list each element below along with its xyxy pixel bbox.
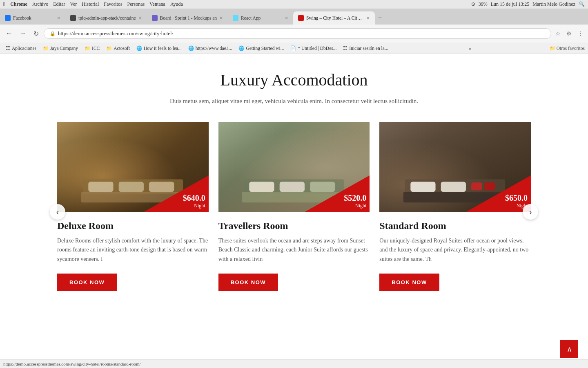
bookmark-jaya-label: Jaya Company [50, 46, 78, 51]
globe-icon: 🌐 [188, 45, 194, 51]
tab-facebook[interactable]: Facebook ✕ [0, 11, 65, 25]
folder-icon: 📁 [43, 45, 49, 51]
room-image-travellers: $520.0 Night [218, 122, 370, 212]
folder-icon-4: 📁 [550, 45, 555, 51]
other-favorites[interactable]: 📁 Otros favoritos [550, 45, 585, 51]
rooms-grid: $640.0 Night Deluxe Room Deluxe Rooms of… [57, 122, 531, 291]
grid-icon: ☷ [6, 45, 10, 51]
battery-icon: 39% [479, 1, 488, 7]
room-image-deluxe: $640.0 Night [57, 122, 209, 212]
menu-personas[interactable]: Personas [127, 1, 145, 7]
tab-facebook-label: Facebook [13, 16, 54, 20]
address-bar: ← → ↻ 🔒 https://demo.accesspressthemes.c… [0, 25, 588, 43]
deluxe-price-text: $640.0 Night [183, 193, 205, 209]
bookmark-getting-label: Getting Started wi... [246, 46, 284, 51]
tpiq-favicon [70, 15, 76, 21]
facebook-favicon [5, 15, 11, 21]
svg-rect-11 [410, 182, 435, 192]
url-bar[interactable]: 🔒 https://demo.accesspressthemes.com/swi… [44, 28, 551, 39]
lock-icon: 🔒 [50, 31, 56, 36]
carousel-next-button[interactable]: › [523, 204, 538, 220]
tab-swing-label: Swing – City Hotel – A City Hot [306, 16, 364, 20]
travellers-price-badge: $520.0 Night [304, 175, 370, 212]
menu-editar[interactable]: Editar [53, 1, 65, 7]
forward-button[interactable]: → [17, 29, 29, 38]
svg-rect-6 [249, 182, 274, 192]
tab-swing-close[interactable]: ✕ [366, 16, 370, 21]
menu-chrome[interactable]: Chrome [10, 1, 27, 7]
standard-room-description: Our uniquely-designed Royal Suites offer… [379, 236, 531, 264]
travellers-price-period: Night [344, 203, 366, 209]
tab-bar: Facebook ✕ tpiq-admin-app-stack/containe… [0, 9, 588, 25]
bookmark-untitled[interactable]: 📄 * Untitled | DbDes... [288, 45, 339, 52]
tab-tpiq[interactable]: tpiq-admin-app-stack/containe ✕ [65, 11, 147, 25]
new-tab-button[interactable]: + [375, 11, 385, 25]
bookmark-icc-label: ICC [92, 46, 100, 51]
scroll-to-top-button[interactable]: ∧ [560, 340, 578, 358]
tab-tpiq-close[interactable]: ✕ [138, 16, 142, 21]
menu-favoritos[interactable]: Favoritos [104, 1, 122, 7]
bookmark-actosoft[interactable]: 📁 Actosoft [104, 45, 132, 52]
extensions-icon[interactable]: ⚙ [565, 29, 573, 38]
bookmark-howit-label: How it feels to lea... [144, 46, 182, 51]
tab-tpiq-label: tpiq-admin-app-stack/containe [78, 16, 136, 20]
bookmarks-overflow[interactable]: » [466, 45, 474, 52]
doc-icon: 📄 [290, 45, 296, 51]
svg-rect-1 [88, 182, 113, 192]
deluxe-price-period: Night [183, 203, 205, 209]
menu-ventana[interactable]: Ventana [149, 1, 165, 7]
bookmark-jaya[interactable]: 📁 Jaya Company [40, 45, 80, 52]
tab-react-close[interactable]: ✕ [285, 16, 288, 21]
tab-facebook-close[interactable]: ✕ [57, 16, 60, 21]
bookmark-dae[interactable]: 🌐 https://www.dae.i... [186, 45, 235, 52]
menu-archivo[interactable]: Archivo [32, 1, 48, 7]
macos-status-icons: ⊙ 39% Lun 15 de jul 13:25 Martin Melo Go… [471, 1, 585, 7]
other-favorites-label: Otros favoritos [557, 46, 585, 51]
bookmark-icc[interactable]: 📁 ICC [82, 45, 102, 52]
bookmark-aplicaciones[interactable]: ☷ Aplicaciones [3, 45, 39, 52]
tab-swing[interactable]: Swing – City Hotel – A City Hot ✕ [293, 11, 375, 25]
deluxe-room-description: Deluxe Rooms offer stylish comfort with … [57, 236, 209, 264]
tab-react[interactable]: React App ✕ [228, 11, 293, 25]
bookmark-howit[interactable]: 🌐 How it feels to lea... [134, 45, 184, 52]
section-subtitle: Duis metus sem, aliquet vitae mi eget, v… [155, 96, 433, 106]
wifi-icon: ⊙ [471, 1, 475, 7]
search-icon[interactable]: 🔍 [579, 1, 585, 7]
tab-board[interactable]: Board · Sprint 1 - Mockups an ✕ [147, 11, 228, 25]
datetime: Lun 15 de jul 13:25 [491, 1, 530, 7]
apple-icon[interactable]:  [3, 1, 5, 8]
carousel-prev-button[interactable]: ‹ [50, 204, 65, 220]
svg-rect-2 [118, 182, 143, 192]
travellers-price-amount: $520.0 [344, 193, 366, 203]
standard-book-now-button[interactable]: BOOK NOW [379, 274, 439, 291]
star-icon[interactable]: ☆ [554, 29, 562, 38]
grid-icon-2: ☷ [343, 45, 347, 51]
menu-icon[interactable]: ⋮ [576, 29, 585, 38]
username: Martin Melo Godinez [532, 1, 575, 7]
deluxe-room-name: Deluxe Room [57, 220, 209, 231]
travellers-room-info: Travellers Room These suites overlook th… [218, 212, 370, 291]
folder-icon-2: 📁 [85, 45, 90, 51]
reload-button[interactable]: ↻ [31, 29, 41, 38]
link-icon: 🌐 [136, 45, 142, 51]
deluxe-book-now-button[interactable]: BOOK NOW [57, 274, 117, 291]
bookmarks-bar: ☷ Aplicaciones 📁 Jaya Company 📁 ICC 📁 Ac… [0, 43, 588, 54]
status-url: https://demo.accesspressthemes.com/swing… [3, 361, 141, 366]
menu-historial[interactable]: Historial [82, 1, 99, 7]
bookmark-aplicaciones-label: Aplicaciones [12, 46, 36, 51]
menu-ver[interactable]: Ver [70, 1, 77, 7]
tab-board-close[interactable]: ✕ [219, 16, 223, 21]
deluxe-price-amount: $640.0 [183, 193, 205, 203]
bookmark-getting[interactable]: 🌐 Getting Started wi... [236, 45, 286, 52]
menu-ayuda[interactable]: Ayuda [170, 1, 183, 7]
bookmark-untitled-label: * Untitled | DbDes... [298, 46, 336, 51]
bookmark-iniciar[interactable]: ☷ Iniciar sesión en la... [341, 45, 390, 52]
back-button[interactable]: ← [3, 29, 15, 38]
deluxe-price-badge: $640.0 Night [143, 175, 209, 212]
macos-menu-items: Chrome Archivo Editar Ver Historial Favo… [10, 1, 183, 7]
room-image-standard: $650.0 Night [379, 122, 531, 212]
standard-price-badge: $650.0 Night [466, 175, 531, 212]
travellers-book-now-button[interactable]: BOOK NOW [218, 274, 278, 291]
bookmark-actosoft-label: Actosoft [114, 46, 130, 51]
room-card-standard: $650.0 Night Standard Room Our uniquely-… [379, 122, 531, 291]
